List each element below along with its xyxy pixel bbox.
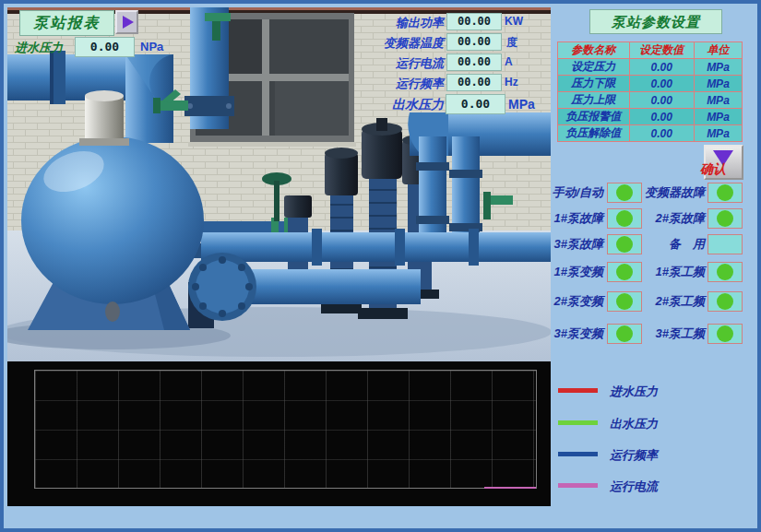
run-frequency-label: 运行频率 bbox=[351, 76, 444, 92]
report-button-label: 泵站报表 bbox=[34, 15, 101, 30]
pressure-high-limit-value[interactable]: 0.00 bbox=[629, 92, 694, 109]
lamp-circle bbox=[717, 210, 733, 227]
confirm-button-label: 确认 bbox=[700, 161, 726, 178]
inverter-fault-label: 变频器故障 bbox=[620, 183, 705, 203]
settings-table-header: 参数名称 设定数值 单位 bbox=[558, 42, 743, 59]
trend-line-current bbox=[484, 487, 536, 489]
table-row: 压力下限 0.00 MPa bbox=[558, 76, 743, 92]
legend-label-inlet: 进水压力 bbox=[610, 384, 658, 400]
inverter-fault-lamp[interactable] bbox=[707, 183, 743, 203]
pump1-fault-label: 1#泵故障 bbox=[518, 208, 603, 229]
pump2-fault-lamp[interactable] bbox=[707, 208, 743, 229]
output-power-unit: KW bbox=[505, 15, 523, 28]
run-frequency-unit: Hz bbox=[505, 76, 518, 89]
inverter-temp-value[interactable]: 00.00 bbox=[446, 33, 502, 51]
report-button[interactable]: 泵站报表 bbox=[19, 10, 114, 36]
inlet-pressure-unit: NPa bbox=[140, 40, 163, 53]
legend-swatch-current bbox=[558, 483, 598, 488]
confirm-button[interactable]: 确认 bbox=[704, 145, 743, 180]
run-current-value[interactable]: 00.00 bbox=[446, 53, 502, 71]
neg-pressure-alarm-value[interactable]: 0.00 bbox=[629, 109, 694, 125]
play-icon bbox=[123, 16, 134, 29]
inverter-temp-label: 变频器温度 bbox=[351, 35, 444, 52]
pump2-mains-lamp[interactable] bbox=[707, 291, 743, 312]
report-play-button[interactable] bbox=[115, 10, 138, 34]
pump3-mains-label: 3#泵工频 bbox=[620, 324, 705, 344]
inlet-pressure-label: 进水压力 bbox=[15, 40, 63, 56]
legend-label-outlet: 出水压力 bbox=[610, 416, 658, 432]
manual-auto-label: 手动/自动 bbox=[518, 183, 603, 203]
legend-label-frequency: 运行频率 bbox=[610, 447, 658, 464]
table-row: 负压报警值 0.00 MPa bbox=[558, 109, 743, 125]
tank-top-cylinder bbox=[85, 96, 124, 140]
legend-label-current: 运行电流 bbox=[610, 479, 658, 495]
pump3-vfd-label: 3#泵变频 bbox=[518, 324, 603, 344]
run-current-unit: A bbox=[505, 55, 513, 68]
spare-label: 备 用 bbox=[620, 234, 705, 254]
run-frequency-value[interactable]: 00.00 bbox=[446, 74, 502, 91]
set-pressure-value[interactable]: 0.00 bbox=[629, 59, 694, 76]
neg-pressure-release-value[interactable]: 0.00 bbox=[629, 125, 694, 142]
pump-station-hmi-screen: 泵站报表 进水压力 0.00 NPa 输出功率 00.00 KW 变频器温度 0… bbox=[0, 0, 761, 532]
pressure-low-limit-value[interactable]: 0.00 bbox=[629, 76, 694, 92]
legend-swatch-inlet bbox=[558, 388, 598, 393]
outlet-pressure-label: 出水压力 bbox=[351, 97, 444, 113]
run-current-label: 运行电流 bbox=[351, 55, 444, 72]
settings-panel-title: 泵站参数设置 bbox=[589, 9, 722, 34]
trend-chart-panel bbox=[7, 361, 551, 506]
lamp-circle bbox=[717, 293, 733, 310]
inlet-pressure-value[interactable]: 0.00 bbox=[75, 37, 135, 57]
legend-swatch-outlet bbox=[558, 420, 598, 425]
lamp-circle bbox=[717, 236, 733, 253]
inverter-temp-unit: 度 bbox=[506, 35, 517, 51]
pump3-fault-label: 3#泵故障 bbox=[518, 234, 603, 254]
spare-lamp[interactable] bbox=[707, 234, 743, 254]
output-power-value[interactable]: 00.00 bbox=[446, 13, 502, 30]
settings-table: 参数名称 设定数值 单位 设定压力 0.00 MPa 压力下限 0.00 MPa… bbox=[557, 41, 743, 142]
outlet-pressure-value[interactable]: 0.00 bbox=[446, 94, 505, 114]
lamp-circle bbox=[717, 325, 733, 342]
table-row: 负压解除值 0.00 MPa bbox=[558, 125, 743, 142]
pump2-fault-label: 2#泵故障 bbox=[620, 208, 705, 229]
trend-chart-plot[interactable] bbox=[34, 370, 537, 489]
table-row: 设定压力 0.00 MPa bbox=[558, 59, 743, 76]
pump3-mains-lamp[interactable] bbox=[707, 324, 743, 344]
lamp-circle bbox=[717, 264, 733, 280]
pump1-mains-label: 1#泵工频 bbox=[620, 262, 705, 282]
pump2-mains-label: 2#泵工频 bbox=[620, 291, 705, 312]
pump2-vfd-label: 2#泵变频 bbox=[518, 291, 603, 312]
output-power-label: 输出功率 bbox=[351, 15, 444, 31]
legend-swatch-frequency bbox=[558, 452, 598, 456]
outlet-pressure-unit: MPa bbox=[508, 97, 535, 112]
pump1-vfd-label: 1#泵变频 bbox=[518, 262, 603, 282]
table-row: 压力上限 0.00 MPa bbox=[558, 92, 743, 109]
pump1-mains-lamp[interactable] bbox=[707, 262, 743, 282]
lamp-circle bbox=[717, 184, 733, 201]
